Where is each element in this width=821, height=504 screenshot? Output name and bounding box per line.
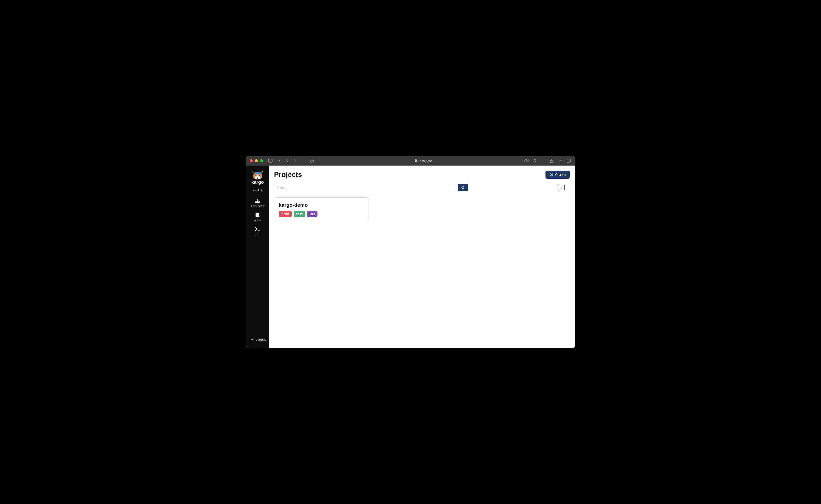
search-button[interactable]	[458, 184, 468, 191]
svg-rect-7	[527, 159, 529, 162]
translate-icon[interactable]: A	[524, 158, 529, 163]
magic-wand-icon	[550, 173, 553, 176]
svg-point-34	[552, 175, 553, 176]
project-card[interactable]: kargo-demoprodtestuat	[274, 197, 369, 222]
browser-toolbar: localhost A	[246, 156, 575, 166]
pagination: ‹ 1 ›	[553, 184, 570, 191]
svg-point-36	[462, 186, 464, 189]
back-button[interactable]	[285, 158, 290, 163]
logout-icon	[249, 337, 254, 341]
svg-rect-21	[255, 173, 256, 173]
svg-point-15	[257, 178, 259, 179]
traffic-lights	[250, 159, 263, 162]
refresh-icon[interactable]	[532, 158, 537, 163]
svg-point-19	[260, 175, 260, 176]
sidebar-toggle-icon[interactable]	[268, 158, 273, 163]
chevron-down-icon[interactable]	[276, 158, 281, 163]
address-bar[interactable]: localhost	[415, 159, 432, 163]
filter-input[interactable]	[274, 184, 456, 191]
sidebar-item-cli[interactable]: CLI	[246, 224, 269, 238]
svg-rect-22	[257, 199, 258, 200]
new-tab-icon[interactable]	[558, 158, 563, 163]
browser-window: localhost A	[246, 156, 575, 348]
tag-prod: prod	[279, 211, 292, 217]
window-close-button[interactable]	[250, 159, 253, 162]
svg-rect-0	[269, 159, 272, 163]
svg-point-35	[552, 173, 553, 174]
svg-rect-29	[256, 216, 259, 217]
nav-label: DOCS	[254, 219, 261, 222]
svg-point-18	[256, 175, 256, 176]
svg-line-37	[464, 188, 465, 189]
page-current[interactable]: 1	[558, 184, 565, 191]
search-icon	[461, 186, 465, 189]
nav-label: CLI	[256, 233, 260, 236]
window-minimize-button[interactable]	[255, 159, 258, 162]
window-maximize-button[interactable]	[260, 159, 263, 162]
logout-button[interactable]: Logout	[246, 334, 269, 345]
svg-rect-23	[255, 201, 257, 203]
tabs-icon[interactable]	[566, 158, 571, 163]
project-tags: prodtestuat	[279, 211, 364, 217]
project-name: kargo-demo	[279, 202, 364, 208]
app-sidebar: kargo v1.0.3 PROJECTS DOCS CLI	[246, 166, 269, 348]
version-text: v1.0.3	[253, 188, 263, 191]
svg-text:A: A	[525, 160, 526, 162]
tag-uat: uat	[307, 211, 317, 217]
main-content: Projects Create ‹ 1 › kargo-demoprodtest…	[269, 166, 575, 348]
address-text: localhost	[419, 159, 432, 163]
svg-rect-5	[415, 161, 417, 162]
svg-point-17	[259, 175, 260, 176]
lock-icon	[415, 159, 417, 163]
create-label: Create	[555, 173, 566, 177]
sidebar-item-projects[interactable]: PROJECTS	[246, 196, 269, 210]
plus-circle-icon[interactable]	[309, 158, 314, 163]
terminal-icon	[255, 227, 260, 232]
svg-point-16	[255, 175, 256, 176]
svg-rect-25	[257, 201, 258, 203]
logout-label: Logout	[256, 338, 266, 341]
sidebar-item-docs[interactable]: DOCS	[246, 210, 269, 224]
kargo-logo-icon	[251, 169, 264, 180]
tag-test: test	[294, 211, 305, 217]
svg-rect-12	[567, 160, 570, 163]
page-prev[interactable]: ‹	[553, 185, 556, 190]
create-button[interactable]: Create	[545, 171, 570, 179]
boxes-icon	[255, 198, 260, 204]
page-title: Projects	[274, 171, 302, 179]
svg-point-33	[550, 173, 551, 174]
book-icon	[255, 213, 260, 218]
logo[interactable]: kargo	[251, 169, 264, 185]
forward-button[interactable]	[292, 158, 297, 163]
logo-text: kargo	[251, 180, 264, 185]
page-next[interactable]: ›	[567, 185, 570, 190]
nav-label: PROJECTS	[251, 205, 264, 208]
svg-rect-24	[258, 201, 260, 203]
share-icon[interactable]	[549, 158, 554, 163]
